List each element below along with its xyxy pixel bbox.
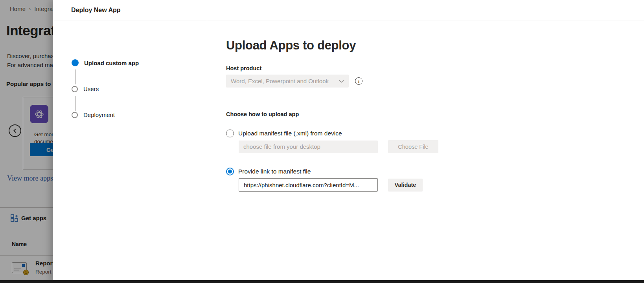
step-label: Upload custom app [84,60,139,66]
host-product-value: Word, Excel, Powerpoint and Outlook [231,78,329,84]
step-deployment[interactable]: Deployment [72,111,115,118]
step-users[interactable]: Users [72,86,99,92]
host-product-dropdown[interactable]: Word, Excel, Powerpoint and Outlook [226,75,349,88]
host-product-label: Host product [226,65,644,71]
manifest-link-input[interactable] [239,178,378,192]
wizard-stepper: Upload custom app Users Deployment [53,20,207,283]
info-icon[interactable]: i [355,77,362,85]
screen: Home › Integrated apps Integrated apps D… [0,0,644,283]
panel-title: Deploy New App [71,7,121,14]
choose-upload-heading: Choose how to upload app [226,111,644,117]
manifest-file-input[interactable] [239,141,378,153]
radio-upload-manifest-file[interactable]: Upload manifest file (.xml) from device [226,130,644,137]
content-title: Upload Apps to deploy [226,38,644,53]
choose-file-button[interactable]: Choose File [388,140,438,153]
step-upload-custom-app[interactable]: Upload custom app [72,59,139,66]
window-bottom-edge [0,280,644,283]
radio-label: Provide link to manifest file [238,168,311,175]
step-connector [75,69,75,84]
radio-selected-icon[interactable] [226,168,234,175]
step-label: Users [83,86,99,92]
step-active-dot-icon [72,59,79,66]
step-idle-circle-icon [72,86,78,92]
deploy-new-app-panel: Deploy New App Upload custom app Users D… [53,0,644,283]
step-idle-circle-icon [72,112,78,118]
radio-label: Upload manifest file (.xml) from device [238,130,342,137]
step-connector [75,96,75,111]
radio-unselected-icon[interactable] [226,130,234,137]
panel-header: Deploy New App [53,0,644,20]
validate-button[interactable]: Validate [388,179,423,192]
chevron-down-icon [339,80,344,83]
step-label: Deployment [83,111,115,118]
panel-content: Upload Apps to deploy Host product Word,… [207,20,644,283]
radio-provide-link[interactable]: Provide link to manifest file [226,168,644,175]
